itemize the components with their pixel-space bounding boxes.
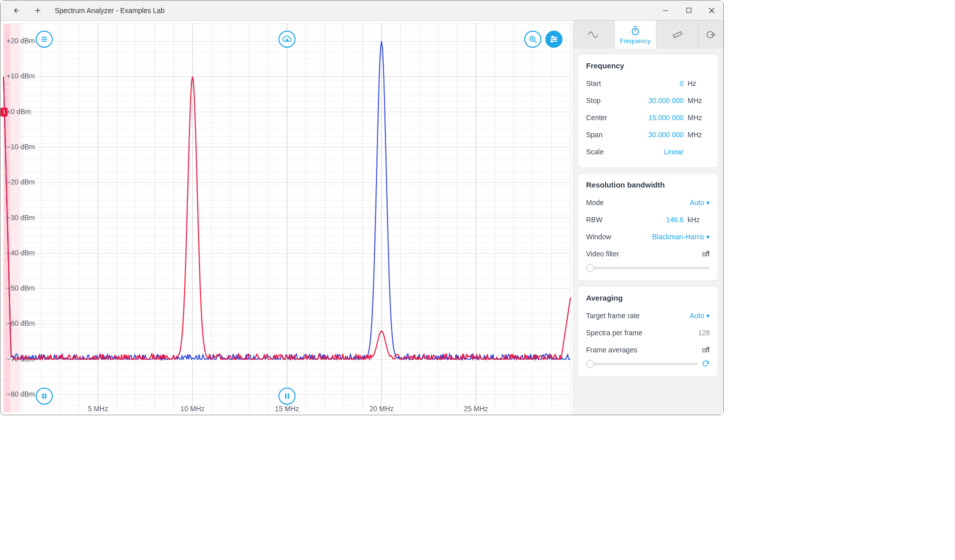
svg-text:−50 dBm: −50 dBm	[7, 284, 35, 292]
card-heading: Averaging	[586, 294, 710, 302]
start-unit[interactable]: Hz	[688, 79, 710, 87]
close-button[interactable]	[700, 1, 723, 21]
svg-text:+20 dBm: +20 dBm	[7, 37, 35, 45]
tab-measure[interactable]	[656, 21, 698, 49]
span-input[interactable]: 30.000 000	[648, 131, 684, 139]
svg-text:−30 dBm: −30 dBm	[7, 214, 35, 222]
svg-text:+10 dBm: +10 dBm	[7, 72, 35, 80]
tab-signal[interactable]	[572, 21, 614, 49]
video-filter-value[interactable]: off	[675, 250, 710, 258]
tab-export[interactable]	[698, 21, 723, 49]
stop-input[interactable]: 30.000 000	[648, 97, 684, 105]
plus-icon	[34, 7, 42, 15]
window-select[interactable]: Blackman-Harris	[652, 233, 704, 241]
cloud-button[interactable]	[278, 31, 296, 48]
frame-averages-slider[interactable]	[586, 363, 698, 365]
sliders-icon	[549, 34, 559, 44]
tab-frequency[interactable]: Frequency	[614, 21, 656, 49]
minimize-button[interactable]	[654, 1, 677, 21]
close-icon	[709, 8, 715, 14]
center-input[interactable]: 15.000 000	[648, 114, 684, 122]
new-tab-button[interactable]	[28, 3, 48, 19]
tab-label: Frequency	[620, 37, 650, 45]
stopwatch-icon	[630, 25, 641, 36]
span-label: Span	[586, 131, 648, 139]
mode-label: Mode	[586, 199, 669, 207]
frame-averages-label: Frame averages	[586, 346, 675, 354]
chevron-down-icon: ▾	[706, 199, 710, 207]
refresh-icon	[702, 359, 710, 367]
card-heading: Resolution bandwidth	[586, 180, 710, 189]
menu-button[interactable]	[36, 31, 53, 48]
zoom-button[interactable]	[524, 31, 541, 48]
svg-text:5 MHz: 5 MHz	[88, 405, 108, 413]
chevron-down-icon: ▾	[706, 312, 710, 320]
span-unit[interactable]: MHz	[688, 131, 710, 139]
frequency-card: Frequency Start 0 Hz Stop 30.000 000 MHz…	[578, 54, 718, 168]
scale-select[interactable]: Linear	[648, 148, 684, 156]
cloud-download-icon	[282, 34, 292, 44]
svg-point-140	[551, 41, 552, 42]
pause-icon	[283, 392, 291, 400]
refresh-button[interactable]	[702, 359, 710, 369]
rbw-card: Resolution bandwidth Mode Auto ▾ RBW 146…	[578, 173, 718, 281]
svg-text:15 MHz: 15 MHz	[275, 405, 299, 413]
settings-button[interactable]	[545, 31, 562, 48]
titlebar: Spectrum Analyzer - Examples Lab	[1, 1, 723, 21]
svg-text:25 MHz: 25 MHz	[464, 405, 488, 413]
side-panel: Frequency Frequency	[572, 21, 723, 415]
pause-button[interactable]	[278, 388, 296, 405]
spectrum-chart[interactable]: +20 dBm+10 dBm+0 dBm−10 dBm−20 dBm−30 dB…	[1, 21, 574, 415]
back-button[interactable]	[6, 3, 26, 19]
grid-button[interactable]	[36, 388, 53, 405]
svg-text:20 MHz: 20 MHz	[369, 405, 394, 413]
spectra-per-frame-value: 128	[675, 329, 710, 337]
card-heading: Frequency	[586, 61, 710, 70]
svg-text:−10 dBm: −10 dBm	[7, 143, 35, 151]
start-input[interactable]: 0	[648, 79, 684, 87]
chart-area[interactable]: +20 dBm+10 dBm+0 dBm−10 dBm−20 dBm−30 dB…	[1, 21, 572, 415]
svg-text:−80 dBm: −80 dBm	[7, 390, 35, 398]
svg-rect-145	[285, 394, 286, 399]
chevron-down-icon: ▾	[706, 233, 710, 241]
svg-text:−60 dBm: −60 dBm	[7, 319, 35, 327]
stop-unit[interactable]: MHz	[688, 97, 710, 105]
grid-icon	[40, 392, 49, 401]
svg-text:−40 dBm: −40 dBm	[7, 249, 35, 257]
arrow-left-icon	[11, 6, 20, 15]
marker-badge[interactable]: 1	[1, 108, 8, 117]
rbw-unit[interactable]: kHz	[688, 216, 710, 224]
video-filter-label: Video filter	[586, 250, 675, 258]
video-filter-slider[interactable]	[586, 267, 710, 269]
svg-rect-146	[288, 394, 289, 399]
svg-point-136	[552, 36, 553, 38]
zoom-icon	[528, 34, 538, 44]
minimize-icon	[662, 8, 668, 14]
svg-rect-150	[673, 32, 682, 38]
menu-icon	[40, 35, 49, 44]
svg-rect-4	[687, 8, 691, 13]
averaging-card: Averaging Target frame rate Auto ▾ Spect…	[578, 286, 718, 377]
target-frame-rate-select[interactable]: Auto	[669, 312, 704, 320]
window-label: Window	[586, 233, 652, 241]
sine-icon	[588, 29, 599, 40]
frame-averages-value[interactable]: off	[675, 346, 710, 354]
mode-select[interactable]: Auto	[669, 199, 704, 207]
spectra-per-frame-label: Spectra per frame	[586, 329, 675, 337]
svg-text:+0 dBm: +0 dBm	[7, 108, 31, 116]
center-unit[interactable]: MHz	[688, 114, 710, 122]
window-title: Spectrum Analyzer - Examples Lab	[55, 7, 165, 15]
svg-line-132	[534, 41, 536, 43]
maximize-button[interactable]	[677, 1, 700, 21]
scale-label: Scale	[586, 148, 648, 156]
rbw-input[interactable]: 146.6	[648, 216, 684, 224]
rbw-label: RBW	[586, 216, 648, 224]
export-icon	[706, 29, 717, 40]
maximize-icon	[686, 8, 692, 13]
ruler-icon	[672, 29, 683, 40]
svg-text:10 MHz: 10 MHz	[180, 405, 205, 413]
center-label: Center	[586, 114, 648, 122]
svg-text:−20 dBm: −20 dBm	[7, 178, 35, 186]
target-frame-rate-label: Target frame rate	[586, 312, 669, 320]
stop-label: Stop	[586, 97, 648, 105]
